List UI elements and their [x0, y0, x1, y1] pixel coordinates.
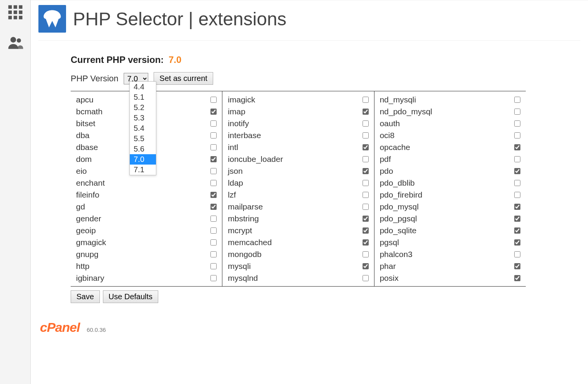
extension-checkbox[interactable]: [210, 144, 217, 150]
extension-name: http: [76, 262, 89, 271]
extension-row: imap: [222, 105, 374, 117]
extension-name: pdo_mysql: [380, 202, 419, 211]
extension-row: json: [222, 165, 374, 177]
dropdown-option[interactable]: 5.4: [130, 123, 156, 133]
extension-checkbox[interactable]: [210, 192, 217, 198]
extension-row: geoip: [71, 224, 222, 236]
php-version-label: PHP Version: [71, 74, 118, 84]
dropdown-option[interactable]: 7.1: [130, 165, 156, 175]
extension-row: nd_mysqli: [374, 94, 526, 105]
extension-checkbox[interactable]: [363, 144, 369, 150]
extension-checkbox[interactable]: [514, 251, 520, 257]
dropdown-option[interactable]: 5.5: [130, 133, 156, 144]
extension-name: posix: [380, 274, 399, 283]
extension-checkbox[interactable]: [514, 156, 520, 162]
main-content: PHP Selector | extensions Current PHP ve…: [31, 0, 588, 384]
extension-name: pdo_sqlite: [380, 226, 417, 235]
extension-name: memcached: [228, 238, 272, 247]
extension-checkbox[interactable]: [363, 275, 369, 281]
extension-name: pdo_pgsql: [380, 214, 417, 223]
extension-row: phar: [374, 260, 526, 272]
extension-row: inotify: [222, 117, 374, 129]
extension-checkbox[interactable]: [210, 227, 217, 234]
extension-checkbox[interactable]: [514, 192, 520, 198]
extension-checkbox[interactable]: [210, 216, 217, 222]
extension-checkbox[interactable]: [210, 97, 217, 103]
dropdown-option[interactable]: 4.4: [130, 82, 156, 92]
extension-row: nd_pdo_mysql: [374, 105, 526, 117]
extension-row: pdo: [374, 165, 526, 177]
extension-name: bcmath: [76, 107, 103, 116]
extension-checkbox[interactable]: [514, 132, 520, 138]
save-button[interactable]: Save: [71, 290, 100, 303]
extension-row: pdo_dblib: [374, 177, 526, 189]
extension-checkbox[interactable]: [363, 109, 369, 115]
extension-name: mongodb: [228, 250, 262, 259]
extension-row: imagick: [222, 94, 374, 105]
extension-checkbox[interactable]: [514, 97, 520, 103]
extension-row: oauth: [374, 117, 526, 129]
extension-checkbox[interactable]: [363, 192, 369, 198]
extension-checkbox[interactable]: [514, 227, 520, 234]
users-icon[interactable]: [7, 34, 24, 53]
extension-checkbox[interactable]: [210, 239, 217, 246]
extension-checkbox[interactable]: [363, 120, 369, 127]
extension-name: oci8: [380, 131, 395, 140]
extension-checkbox[interactable]: [514, 120, 520, 127]
extension-name: pdo: [380, 166, 393, 176]
extension-checkbox[interactable]: [210, 109, 217, 115]
extension-checkbox[interactable]: [514, 168, 520, 174]
extension-name: mysqli: [228, 262, 251, 271]
extension-row: opcache: [374, 141, 526, 153]
cpanel-logo: cPanel: [40, 320, 80, 335]
extension-checkbox[interactable]: [210, 251, 217, 257]
svg-rect-3: [8, 10, 12, 14]
extension-name: opcache: [380, 143, 410, 152]
extension-row: pdo_mysql: [374, 201, 526, 213]
extension-checkbox[interactable]: [210, 132, 217, 138]
extension-checkbox[interactable]: [210, 120, 217, 127]
extension-checkbox[interactable]: [210, 263, 217, 269]
extension-checkbox[interactable]: [363, 180, 369, 186]
extension-checkbox[interactable]: [363, 251, 369, 257]
extension-row: pgsql: [374, 236, 526, 248]
extension-checkbox[interactable]: [514, 216, 520, 222]
svg-point-10: [17, 38, 21, 43]
extension-name: imap: [228, 107, 245, 116]
dropdown-option[interactable]: 7.0: [130, 154, 156, 165]
extension-checkbox[interactable]: [363, 239, 369, 246]
extension-checkbox[interactable]: [363, 227, 369, 234]
extension-checkbox[interactable]: [363, 156, 369, 162]
extension-checkbox[interactable]: [514, 239, 520, 246]
php-version-dropdown-open[interactable]: 4.45.15.25.35.45.55.67.07.1: [129, 81, 156, 175]
dropdown-option[interactable]: 5.3: [130, 113, 156, 123]
extension-checkbox[interactable]: [363, 216, 369, 222]
use-defaults-button[interactable]: Use Defaults: [103, 290, 159, 303]
extension-checkbox[interactable]: [363, 168, 369, 174]
extension-checkbox[interactable]: [210, 180, 217, 186]
dropdown-option[interactable]: 5.6: [130, 144, 156, 154]
extension-row: mbstring: [222, 213, 374, 224]
php-selector-icon: [38, 5, 66, 33]
extension-checkbox[interactable]: [210, 168, 217, 174]
extension-checkbox[interactable]: [363, 204, 369, 210]
extension-checkbox[interactable]: [210, 275, 217, 281]
extension-name: dom: [76, 155, 92, 164]
extension-checkbox[interactable]: [210, 204, 217, 210]
extension-row: pdo_firebird: [374, 189, 526, 201]
dropdown-option[interactable]: 5.1: [130, 92, 156, 102]
extension-checkbox[interactable]: [514, 275, 520, 281]
extension-checkbox[interactable]: [210, 156, 217, 162]
extension-checkbox[interactable]: [514, 204, 520, 210]
extension-checkbox[interactable]: [514, 180, 520, 186]
extension-checkbox[interactable]: [514, 144, 520, 150]
extension-checkbox[interactable]: [514, 109, 520, 115]
apps-grid-icon[interactable]: [7, 4, 24, 23]
extension-checkbox[interactable]: [363, 132, 369, 138]
set-as-current-button[interactable]: Set as current: [154, 72, 213, 85]
extension-checkbox[interactable]: [363, 263, 369, 269]
extension-checkbox[interactable]: [514, 263, 520, 269]
extension-name: phalcon3: [380, 250, 412, 259]
dropdown-option[interactable]: 5.2: [130, 102, 156, 113]
extension-checkbox[interactable]: [363, 97, 369, 103]
